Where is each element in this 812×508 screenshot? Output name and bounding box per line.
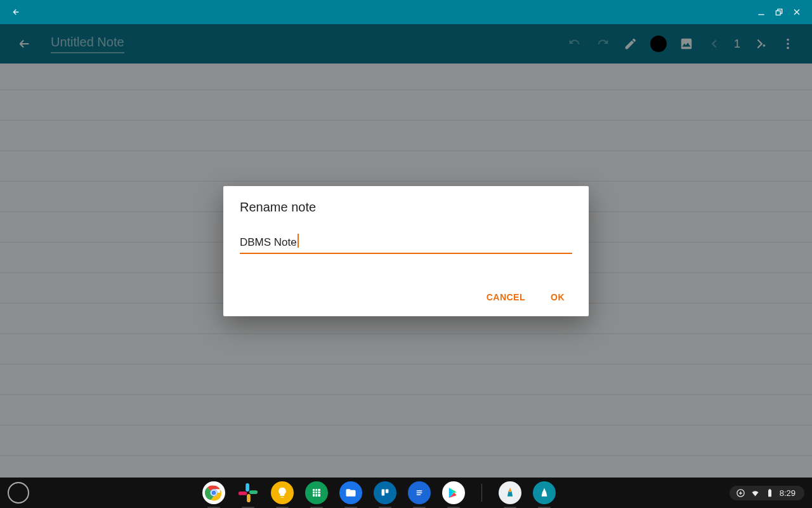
- text-caret: [298, 234, 299, 248]
- docs-icon: [414, 487, 425, 498]
- pen-nib-icon: [504, 486, 516, 499]
- screen: Untitled Note 1: [0, 0, 812, 508]
- folder-icon: [344, 486, 357, 499]
- pen-nib-icon: [538, 486, 551, 499]
- restore-icon: [774, 7, 784, 17]
- ok-button[interactable]: OK: [548, 287, 567, 307]
- svg-rect-11: [313, 489, 320, 497]
- sheets-icon: [311, 487, 322, 498]
- svg-rect-8: [249, 490, 258, 494]
- window-maximize-button[interactable]: [770, 3, 788, 21]
- svg-rect-7: [246, 483, 250, 491]
- svg-rect-13: [382, 490, 385, 496]
- rename-field-wrapper: [240, 234, 572, 254]
- shelf-app-sheets[interactable]: [305, 481, 328, 504]
- window-back-button[interactable]: [6, 3, 24, 21]
- shelf-apps: [202, 481, 556, 504]
- shelf-app-play-store[interactable]: [442, 481, 465, 504]
- rename-dialog: Rename note CANCEL OK: [223, 186, 589, 316]
- window-minimize-button[interactable]: [752, 3, 770, 21]
- shelf-app-docs[interactable]: [408, 481, 431, 504]
- launcher-button[interactable]: [8, 482, 29, 504]
- notifications-icon: [736, 488, 745, 498]
- window-close-button[interactable]: [788, 3, 806, 21]
- svg-rect-0: [776, 11, 780, 15]
- shelf-divider: [481, 484, 482, 502]
- cancel-button[interactable]: CANCEL: [484, 287, 528, 307]
- clock: 8:29: [780, 488, 796, 498]
- modal-scrim[interactable]: Rename note CANCEL OK: [0, 24, 812, 478]
- svg-rect-9: [247, 494, 251, 502]
- shelf-app-squid-dark[interactable]: [533, 481, 556, 504]
- shelf-app-squid-light[interactable]: [499, 481, 521, 504]
- lightbulb-icon: [276, 486, 289, 499]
- shelf-app-trello[interactable]: [374, 481, 396, 504]
- shelf-app-chrome[interactable]: [202, 481, 225, 504]
- rename-input[interactable]: [240, 234, 572, 254]
- shelf-app-slack[interactable]: [237, 481, 259, 504]
- shelf: 8:29: [0, 478, 812, 508]
- slack-icon: [237, 482, 259, 504]
- shelf-app-keep[interactable]: [271, 481, 294, 504]
- shelf-app-files[interactable]: [339, 481, 362, 504]
- minimize-icon: [756, 7, 766, 17]
- chrome-icon: [203, 482, 225, 504]
- status-tray[interactable]: 8:29: [730, 486, 804, 500]
- close-icon: [792, 7, 802, 17]
- trello-icon: [379, 486, 391, 499]
- svg-rect-14: [386, 490, 389, 493]
- play-icon: [447, 486, 461, 500]
- wifi-icon: [750, 488, 760, 498]
- dialog-actions: CANCEL OK: [240, 287, 572, 307]
- window-titlebar: [0, 0, 812, 24]
- svg-rect-10: [239, 491, 247, 495]
- battery-icon: [765, 488, 775, 498]
- arrow-left-icon: [10, 7, 20, 17]
- dialog-title: Rename note: [240, 200, 572, 215]
